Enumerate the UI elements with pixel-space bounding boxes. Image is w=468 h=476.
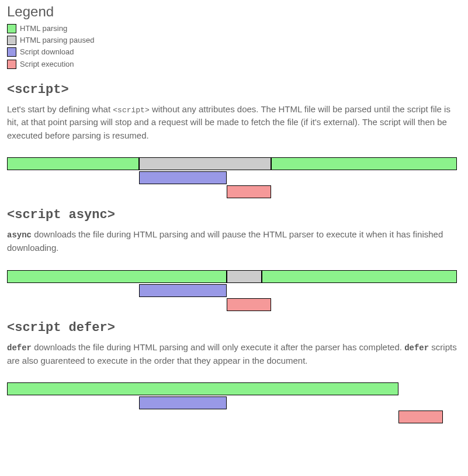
section-title-plain: <script> (7, 82, 461, 97)
bar-script-download (139, 284, 227, 297)
text-segment: defer (7, 343, 32, 353)
bar-script-download (139, 396, 227, 409)
legend-item: HTML parsing (7, 23, 461, 34)
paused-swatch (7, 36, 16, 45)
parsing-swatch (7, 24, 16, 33)
legend-item: Script execution (7, 59, 461, 70)
legend-item: Script download (7, 47, 461, 57)
bar-html-parsing-paused (227, 270, 262, 283)
section-title-async: <script async> (7, 208, 461, 222)
bar-script-download (139, 171, 227, 184)
bar-script-execution (227, 298, 271, 311)
bar-script-execution (398, 411, 443, 423)
bar-html-parsing (7, 382, 398, 395)
timeline-plain (7, 157, 457, 199)
legend-item-label: HTML parsing (20, 23, 67, 34)
text-segment: downloads the file during HTML parsing a… (7, 229, 443, 253)
legend-item-label: HTML parsing paused (20, 35, 94, 46)
bar-script-execution (227, 185, 271, 198)
download-swatch (7, 47, 16, 57)
text-segment: defer (404, 343, 429, 353)
timeline-async (7, 270, 457, 312)
bar-html-parsing-after (262, 270, 457, 283)
legend-item-label: Script download (20, 47, 74, 57)
text-segment: <script> (113, 106, 149, 115)
section-text-plain: Let's start by defining what <script> wi… (7, 103, 457, 143)
legend-title: Legend (7, 4, 461, 20)
timeline-defer (7, 382, 457, 425)
legend-list: HTML parsingHTML parsing pausedScript do… (7, 23, 461, 70)
bar-html-parsing-paused (139, 157, 271, 170)
legend-item-label: Script execution (20, 59, 74, 70)
bar-html-parsing-before (7, 270, 227, 283)
section-text-defer: defer downloads the file during HTML par… (7, 341, 457, 368)
section-title-defer: <script defer> (7, 320, 461, 335)
text-segment: async (7, 230, 32, 240)
exec-swatch (7, 60, 16, 69)
section-text-async: async downloads the file during HTML par… (7, 228, 457, 255)
text-segment: downloads the file during HTML parsing a… (32, 342, 404, 352)
text-segment: Let's start by defining what (7, 104, 113, 114)
legend-item: HTML parsing paused (7, 35, 461, 46)
bar-html-parsing-before (7, 157, 139, 170)
bar-html-parsing-after (271, 157, 457, 170)
